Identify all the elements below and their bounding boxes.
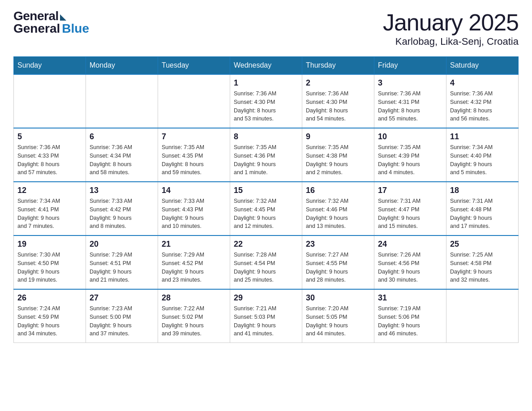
calendar-cell: 4Sunrise: 7:36 AM Sunset: 4:32 PM Daylig… (446, 74, 519, 128)
logo-blue-text: Blue (62, 21, 89, 36)
day-info: Sunrise: 7:24 AM Sunset: 4:59 PM Dayligh… (17, 304, 82, 338)
calendar-cell: 30Sunrise: 7:20 AM Sunset: 5:05 PM Dayli… (302, 289, 374, 343)
day-info: Sunrise: 7:22 AM Sunset: 5:02 PM Dayligh… (162, 304, 226, 338)
day-info: Sunrise: 7:36 AM Sunset: 4:30 PM Dayligh… (306, 90, 370, 123)
day-info: Sunrise: 7:23 AM Sunset: 5:00 PM Dayligh… (90, 304, 154, 338)
calendar-cell: 12Sunrise: 7:34 AM Sunset: 4:41 PM Dayli… (14, 182, 86, 235)
day-number: 7 (162, 132, 226, 141)
day-info: Sunrise: 7:36 AM Sunset: 4:30 PM Dayligh… (234, 90, 298, 123)
day-number: 12 (17, 186, 82, 195)
day-number: 21 (162, 240, 226, 249)
day-number: 24 (378, 240, 442, 249)
day-number: 28 (162, 293, 226, 303)
calendar-header-sunday: Sunday (14, 57, 86, 75)
day-number: 16 (306, 186, 370, 195)
calendar-cell: 11Sunrise: 7:34 AM Sunset: 4:40 PM Dayli… (446, 128, 519, 182)
day-number: 1 (234, 78, 298, 88)
calendar-table: SundayMondayTuesdayWednesdayThursdayFrid… (13, 56, 519, 343)
week-row-4: 19Sunrise: 7:30 AM Sunset: 4:50 PM Dayli… (14, 235, 519, 289)
day-number: 19 (17, 240, 82, 249)
day-number: 13 (90, 186, 154, 195)
calendar-cell: 1Sunrise: 7:36 AM Sunset: 4:30 PM Daylig… (230, 74, 302, 128)
day-info: Sunrise: 7:36 AM Sunset: 4:34 PM Dayligh… (90, 143, 154, 177)
calendar-cell: 18Sunrise: 7:31 AM Sunset: 4:48 PM Dayli… (446, 182, 519, 235)
calendar-cell: 7Sunrise: 7:35 AM Sunset: 4:35 PM Daylig… (158, 128, 230, 182)
day-number: 2 (306, 78, 370, 88)
week-row-3: 12Sunrise: 7:34 AM Sunset: 4:41 PM Dayli… (14, 182, 519, 235)
day-number: 8 (234, 132, 298, 141)
day-number: 30 (306, 293, 370, 303)
day-number: 9 (306, 132, 370, 141)
calendar-cell: 25Sunrise: 7:25 AM Sunset: 4:58 PM Dayli… (446, 235, 519, 289)
day-info: Sunrise: 7:30 AM Sunset: 4:50 PM Dayligh… (17, 251, 82, 284)
calendar-header-thursday: Thursday (302, 57, 374, 75)
logo-general-bottom: General (13, 21, 60, 36)
page-header: General General Blue January 2025 Karlob… (13, 9, 519, 47)
day-info: Sunrise: 7:29 AM Sunset: 4:52 PM Dayligh… (162, 251, 226, 284)
day-number: 17 (378, 186, 442, 195)
day-number: 27 (90, 293, 154, 303)
week-row-2: 5Sunrise: 7:36 AM Sunset: 4:33 PM Daylig… (14, 128, 519, 182)
day-info: Sunrise: 7:33 AM Sunset: 4:42 PM Dayligh… (90, 197, 154, 231)
day-number: 11 (450, 132, 515, 141)
calendar-header-friday: Friday (374, 57, 446, 75)
day-info: Sunrise: 7:20 AM Sunset: 5:05 PM Dayligh… (306, 304, 370, 338)
day-info: Sunrise: 7:35 AM Sunset: 4:35 PM Dayligh… (162, 143, 226, 177)
calendar-cell: 21Sunrise: 7:29 AM Sunset: 4:52 PM Dayli… (158, 235, 230, 289)
week-row-1: 1Sunrise: 7:36 AM Sunset: 4:30 PM Daylig… (14, 74, 519, 128)
calendar-header-row: SundayMondayTuesdayWednesdayThursdayFrid… (14, 57, 519, 75)
calendar-cell: 24Sunrise: 7:26 AM Sunset: 4:56 PM Dayli… (374, 235, 446, 289)
day-info: Sunrise: 7:27 AM Sunset: 4:55 PM Dayligh… (306, 251, 370, 284)
calendar-cell (14, 74, 86, 128)
calendar-cell: 8Sunrise: 7:35 AM Sunset: 4:36 PM Daylig… (230, 128, 302, 182)
day-info: Sunrise: 7:32 AM Sunset: 4:46 PM Dayligh… (306, 197, 370, 231)
calendar-cell (86, 74, 158, 128)
calendar-cell: 6Sunrise: 7:36 AM Sunset: 4:34 PM Daylig… (86, 128, 158, 182)
calendar-cell: 10Sunrise: 7:35 AM Sunset: 4:39 PM Dayli… (374, 128, 446, 182)
day-number: 23 (306, 240, 370, 249)
day-number: 3 (378, 78, 442, 88)
day-number: 29 (234, 293, 298, 303)
calendar-cell: 31Sunrise: 7:19 AM Sunset: 5:06 PM Dayli… (374, 289, 446, 343)
calendar-cell: 17Sunrise: 7:31 AM Sunset: 4:47 PM Dayli… (374, 182, 446, 235)
day-info: Sunrise: 7:25 AM Sunset: 4:58 PM Dayligh… (450, 251, 515, 284)
calendar-cell: 19Sunrise: 7:30 AM Sunset: 4:50 PM Dayli… (14, 235, 86, 289)
day-info: Sunrise: 7:21 AM Sunset: 5:03 PM Dayligh… (234, 304, 298, 338)
calendar-header-saturday: Saturday (446, 57, 519, 75)
calendar-cell: 3Sunrise: 7:36 AM Sunset: 4:31 PM Daylig… (374, 74, 446, 128)
day-info: Sunrise: 7:35 AM Sunset: 4:36 PM Dayligh… (234, 143, 298, 177)
day-number: 18 (450, 186, 515, 195)
calendar-cell: 20Sunrise: 7:29 AM Sunset: 4:51 PM Dayli… (86, 235, 158, 289)
logo-arrow-icon (60, 14, 66, 21)
calendar-cell: 5Sunrise: 7:36 AM Sunset: 4:33 PM Daylig… (14, 128, 86, 182)
calendar-cell: 16Sunrise: 7:32 AM Sunset: 4:46 PM Dayli… (302, 182, 374, 235)
calendar-cell: 29Sunrise: 7:21 AM Sunset: 5:03 PM Dayli… (230, 289, 302, 343)
calendar-cell: 28Sunrise: 7:22 AM Sunset: 5:02 PM Dayli… (158, 289, 230, 343)
day-info: Sunrise: 7:33 AM Sunset: 4:43 PM Dayligh… (162, 197, 226, 231)
calendar-cell: 26Sunrise: 7:24 AM Sunset: 4:59 PM Dayli… (14, 289, 86, 343)
day-info: Sunrise: 7:36 AM Sunset: 4:32 PM Dayligh… (450, 90, 515, 123)
month-title: January 2025 (383, 9, 519, 36)
day-info: Sunrise: 7:35 AM Sunset: 4:38 PM Dayligh… (306, 143, 370, 177)
calendar-header-tuesday: Tuesday (158, 57, 230, 75)
day-info: Sunrise: 7:34 AM Sunset: 4:40 PM Dayligh… (450, 143, 515, 177)
day-number: 26 (17, 293, 82, 303)
day-number: 25 (450, 240, 515, 249)
day-number: 31 (378, 293, 442, 303)
day-number: 4 (450, 78, 515, 88)
calendar-cell: 22Sunrise: 7:28 AM Sunset: 4:54 PM Dayli… (230, 235, 302, 289)
day-number: 22 (234, 240, 298, 249)
day-info: Sunrise: 7:31 AM Sunset: 4:48 PM Dayligh… (450, 197, 515, 231)
calendar-cell: 23Sunrise: 7:27 AM Sunset: 4:55 PM Dayli… (302, 235, 374, 289)
calendar-cell (446, 289, 519, 343)
week-row-5: 26Sunrise: 7:24 AM Sunset: 4:59 PM Dayli… (14, 289, 519, 343)
day-info: Sunrise: 7:36 AM Sunset: 4:31 PM Dayligh… (378, 90, 442, 123)
day-number: 20 (90, 240, 154, 249)
calendar-header-wednesday: Wednesday (230, 57, 302, 75)
calendar-cell (158, 74, 230, 128)
calendar-cell: 9Sunrise: 7:35 AM Sunset: 4:38 PM Daylig… (302, 128, 374, 182)
day-info: Sunrise: 7:32 AM Sunset: 4:45 PM Dayligh… (234, 197, 298, 231)
calendar-cell: 27Sunrise: 7:23 AM Sunset: 5:00 PM Dayli… (86, 289, 158, 343)
day-number: 6 (90, 132, 154, 141)
day-info: Sunrise: 7:26 AM Sunset: 4:56 PM Dayligh… (378, 251, 442, 284)
